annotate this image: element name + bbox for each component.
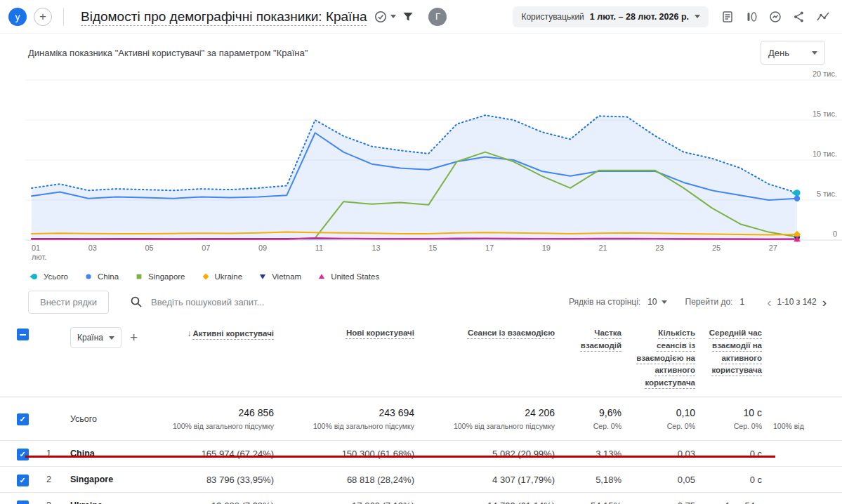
divider [63,8,64,26]
chart-legend: УсьогоChinaSingaporeUkraineVietnamUnited… [0,268,842,285]
table-row: ✓ 2 Singapore 83 796 (33,95%) 68 818 (28… [0,467,842,493]
totals-label: Усього [70,414,173,424]
row-number: 3 [45,500,70,504]
indeterminate-icon [20,334,26,336]
x-tick-label: 23 [655,244,664,252]
rows-per-page-value: 10 [647,297,657,307]
chevron-down-icon [695,15,700,18]
legend-item-china[interactable]: China [82,272,119,281]
workspace-avatar[interactable]: у [8,8,27,26]
explore-icon[interactable] [811,5,835,29]
rows-per-page-select[interactable]: 10 [647,297,666,307]
column-header-new-users[interactable]: Нові користувачі [285,327,426,340]
legend-item-ukraine[interactable]: Ukraine [199,272,243,281]
row-dimension-value: Singapore [70,475,173,484]
edit-rows-button[interactable]: Внести рядки [28,291,109,314]
y-tick-label: 15 тис. [813,110,837,118]
y-tick-label: 10 тис. [813,150,837,158]
select-all-checkbox[interactable] [17,329,29,340]
chart-title: Динаміка показника "Активні користувачі"… [28,48,308,58]
date-range-type: Користувацький [521,12,584,22]
chevron-down-icon [812,51,817,55]
table-row: ✓ 3 Ukraine 19 688 (7,98%) 17 363 (7,12%… [0,493,842,504]
column-header-sessions-per-user[interactable]: Кількість сеансів із взаємодією на актив… [633,327,706,390]
x-tick-label: 21 [598,244,607,252]
column-header-active-users[interactable]: ↓Активні користувачі [173,327,285,340]
rows-per-page-label: Рядків на сторінці: [569,297,640,307]
share-icon[interactable] [787,5,811,29]
row-number: 2 [45,475,70,484]
x-tick-label: 03 [88,244,97,252]
table-toolbar: Внести рядки Введіть пошуковий запит... … [0,285,842,319]
add-button[interactable]: + [34,8,52,26]
compare-icon[interactable] [739,5,763,29]
dimension-value: Країна [77,333,103,343]
granularity-select[interactable]: День [761,41,825,65]
legend-item-усього[interactable]: Усього [28,272,68,281]
notes-icon[interactable] [716,5,739,29]
date-range-picker[interactable]: Користувацький 1 лют. – 28 лют. 2026 р. [513,6,709,27]
pin-marker [794,190,800,196]
dimension-select[interactable]: Країна [70,327,121,348]
legend-label: Singapore [148,272,185,281]
column-header-engagement-rate[interactable]: Частка взаємодій [566,327,633,352]
x-tick-label: 11 [315,244,323,252]
column-header-avg-engagement-time[interactable]: Середній час взаємодії на активного кори… [706,327,773,377]
totals-row: ✓ Усього 246 856100% від загального підс… [0,397,842,441]
y-tick-label: 20 тис. [813,69,837,78]
table-search[interactable]: Введіть пошуковий запит... [130,296,264,308]
row-checkbox[interactable]: ✓ [17,475,29,486]
x-tick-label: 25 [712,244,721,252]
row-checkbox[interactable]: ✓ [17,500,29,504]
diamond-icon [199,272,211,281]
filter-icon[interactable] [396,5,420,29]
add-dimension-button[interactable]: + [130,330,138,345]
legend-item-vietnam[interactable]: Vietnam [256,272,301,281]
row-checkbox[interactable]: ✓ [17,449,29,460]
chart-header: Динаміка показника "Активні користувачі"… [0,34,842,63]
x-tick-label: 09 [258,244,267,252]
x-tick-label: 15 [428,244,437,252]
x-tick-label: 27 [769,244,777,252]
x-tick-label: 17 [485,244,494,252]
report-title: Відомості про демографічні показники: Кр… [81,9,367,25]
search-icon [130,296,143,308]
circle-icon [82,272,93,281]
check-circle-icon [374,10,388,24]
chevron-down-icon [662,300,667,304]
legend-label: United States [331,272,379,281]
goto-page-input[interactable]: 1 [739,297,744,307]
series-area-total [32,115,797,240]
pagination-controls: Рядків на сторінці: 10 Перейти до: 1 ‹ 1… [569,296,831,309]
column-header-engaged-sessions[interactable]: Сеанси із взаємодією [426,327,566,340]
circle-marker [86,274,91,279]
chevron-down-icon [390,15,396,18]
totals-overflow-cell: 100% від [773,407,842,430]
date-range-value: 1 лют. – 28 лют. 2026 р. [590,12,689,22]
y-tick-label: 0 [833,230,837,238]
table-header-row: Країна + ↓Активні користувачі Нові корис… [0,319,842,397]
chevron-right-icon[interactable]: › [818,296,831,309]
pin-icon [28,272,39,281]
pagination-range: 1-10 з 142 [777,297,816,307]
insights-icon[interactable] [763,5,787,29]
report-status-control[interactable] [374,10,396,24]
square-icon [133,272,144,281]
legend-item-singapore[interactable]: Singapore [133,272,185,281]
goto-page-label: Перейти до: [685,297,733,307]
legend-item-united-states[interactable]: United States [315,272,379,281]
chevron-left-icon[interactable]: ‹ [763,296,775,309]
triangle-down-icon [256,272,268,281]
chevron-down-icon [109,336,114,340]
pin-marker [32,274,37,279]
legend-label: China [98,272,119,281]
user-avatar[interactable]: Г [428,8,447,26]
annotation-red-line [25,456,775,458]
x-tick-label: 05 [145,244,153,252]
y-tick-label: 5 тис. [817,190,837,198]
x-tick-label: 01 [32,244,40,252]
triangle-up-icon [315,272,327,281]
legend-label: Vietnam [272,272,301,281]
x-tick-label: лют. [32,253,46,261]
row-checkbox[interactable]: ✓ [17,413,29,425]
